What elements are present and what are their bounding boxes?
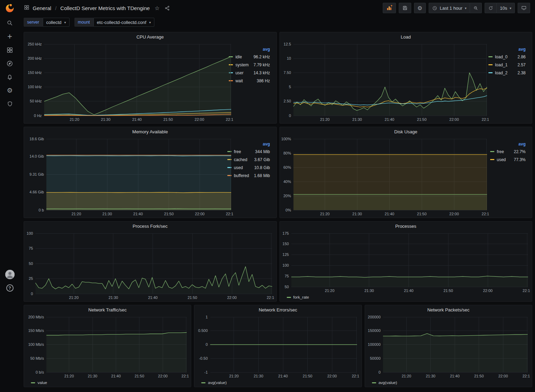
navbar: General / CollectD Server Metrics with T… (19, 0, 535, 16)
breadcrumb-folder[interactable]: General (33, 5, 51, 11)
panel-title-memory-available[interactable]: Memory Available (24, 127, 276, 136)
sidebar-item-server-admin[interactable] (0, 97, 19, 111)
svg-text:21:40: 21:40 (278, 374, 288, 378)
star-button[interactable]: ☆ (155, 5, 160, 11)
legend-item[interactable]: load_02.86 (488, 53, 526, 61)
add-panel-button[interactable] (383, 3, 396, 13)
svg-text:22:00: 22:00 (449, 117, 459, 122)
grafana-logo[interactable] (0, 0, 19, 16)
panel-title-network-errors[interactable]: Network Errors/sec (194, 305, 361, 315)
sidebar-item-dashboards[interactable] (0, 43, 19, 57)
chevron-down-icon: ▾ (149, 20, 151, 24)
svg-text:22:10: 22:10 (522, 289, 530, 293)
disk-usage-chart[interactable]: 0%20%40%60%80%100%21:2021:3021:4021:5022… (281, 136, 489, 217)
svg-text:9.31 Gib: 9.31 Gib (30, 172, 44, 176)
legend-series-name: used (497, 157, 506, 162)
svg-text:125: 125 (282, 252, 289, 257)
dashboard-grid: CPU Average 0 Hz50 kHz100 kHz150 kHz200 … (19, 28, 535, 392)
sidebar-item-configuration[interactable]: ⚙ (0, 84, 19, 97)
chevron-down-icon: ▾ (64, 20, 66, 24)
sidebar-item-profile[interactable] (0, 268, 19, 281)
panel-title-network-packets[interactable]: Network Packets/sec (365, 305, 532, 315)
sidebar-item-create[interactable]: + (0, 30, 19, 43)
sidebar-item-search[interactable] (0, 16, 19, 30)
svg-text:21:30: 21:30 (352, 212, 362, 216)
legend-item[interactable]: buffered1.68 Mib (227, 172, 270, 180)
process-fork-chart[interactable]: 025507510021:2021:3021:4021:5022:0022:10 (25, 231, 274, 301)
legend-item[interactable]: avg(value) (201, 381, 227, 385)
refresh-button[interactable] (485, 3, 497, 13)
legend-item[interactable]: system7.79 kHz (229, 61, 270, 69)
svg-text:150: 150 (282, 242, 289, 246)
svg-text:100%: 100% (281, 137, 291, 141)
share-button[interactable] (164, 5, 170, 11)
cpu-average-chart[interactable]: 0 Hz50 kHz100 kHz150 kHz200 kHz250 kHz21… (25, 42, 227, 123)
svg-text:200000: 200000 (368, 315, 381, 319)
clock-icon (432, 6, 437, 11)
sidebar-item-help[interactable]: ? (0, 281, 19, 295)
legend-item[interactable]: fork_rate (287, 295, 309, 299)
panel-title-processes[interactable]: Processes (280, 222, 532, 231)
sidebar-item-explore[interactable] (0, 57, 19, 70)
legend-item[interactable]: free344 Mib (227, 148, 270, 156)
legend-item[interactable]: used10.8 Gib (227, 164, 270, 172)
variable-mount-value[interactable]: etc-collectd-collectd.conf ▾ (94, 18, 154, 27)
legend-item[interactable]: user14.3 kHz (229, 69, 270, 77)
gear-icon: ⚙ (7, 86, 13, 94)
svg-text:21:50: 21:50 (417, 117, 427, 122)
panel-title-network-traffic[interactable]: Network Traffic/sec (24, 305, 191, 315)
svg-text:0: 0 (31, 292, 33, 296)
legend-item[interactable]: idle96.2 kHz (229, 53, 270, 61)
panel-title-disk-usage[interactable]: Disk Usage (280, 127, 532, 136)
svg-text:10: 10 (286, 56, 291, 60)
load-chart[interactable]: 02.5057.501012.521:2021:3021:4021:5022:0… (281, 42, 487, 123)
legend-series-name: buffered (234, 173, 249, 178)
svg-text:21:20: 21:20 (72, 212, 81, 216)
svg-text:40%: 40% (283, 180, 291, 184)
panel-title-load[interactable]: Load (280, 32, 532, 42)
sidebar-item-alerting[interactable] (0, 70, 19, 84)
save-dashboard-button[interactable] (399, 3, 411, 13)
svg-text:60%: 60% (283, 165, 291, 169)
legend-item[interactable]: wait386 Hz (229, 77, 270, 85)
network-traffic-chart[interactable]: 0 b/s50 Mb/s100 Mb/s150 Mb/s200 Mb/s21:2… (25, 315, 189, 379)
breadcrumb: General / CollectD Server Metrics with T… (24, 5, 150, 11)
dashboard-title[interactable]: CollectD Server Metrics with TDengine (60, 5, 150, 11)
network-packets-chart[interactable]: 05000010000015000020000021:2021:3021:402… (366, 315, 530, 379)
chevron-down-icon: ▾ (510, 6, 511, 10)
legend-item[interactable]: avg(value) (372, 381, 397, 385)
network-errors-chart[interactable]: -1-0.5000.500121:2021:3021:4021:5022:002… (196, 315, 359, 379)
legend-item[interactable]: load_22.38 (488, 69, 526, 77)
legend-item[interactable]: value (31, 381, 47, 385)
svg-text:100 Mb/s: 100 Mb/s (28, 342, 44, 347)
time-range-button[interactable]: Last 1 hour ▾ (429, 3, 470, 13)
dashboard-settings-button[interactable]: ⚙ (414, 3, 426, 13)
legend-item[interactable]: free22.7% (490, 148, 526, 156)
panel-processes: Processes 507510012515017521:2021:3021:4… (279, 221, 533, 302)
legend-item[interactable]: cached3.67 Gib (227, 156, 270, 164)
variable-mount-label: mount (74, 18, 94, 27)
zoom-out-button[interactable] (470, 3, 482, 13)
svg-text:21:30: 21:30 (352, 117, 362, 122)
svg-text:0%: 0% (285, 208, 291, 212)
memory-available-chart[interactable]: 0 b4.66 Gib9.31 Gib14.0 Gib18.6 Gib21:20… (25, 136, 226, 217)
legend-series-value: 7.79 kHz (249, 62, 270, 67)
legend-item[interactable]: used77.3% (490, 156, 526, 164)
legend-series-value: 2.57 (508, 62, 526, 67)
refresh-interval-button[interactable]: 10s ▾ (497, 3, 515, 13)
svg-text:22:00: 22:00 (498, 374, 508, 378)
main-area: General / CollectD Server Metrics with T… (19, 0, 535, 392)
variable-server-value[interactable]: collectd ▾ (43, 18, 70, 27)
svg-text:250 kHz: 250 kHz (28, 42, 42, 46)
panel-title-cpu-average[interactable]: CPU Average (24, 32, 276, 42)
processes-chart[interactable]: 507510012515017521:2021:3021:4021:5022:0… (281, 231, 530, 294)
svg-text:175: 175 (282, 231, 289, 235)
svg-text:21:40: 21:40 (133, 212, 143, 216)
legend-item[interactable]: load_12.57 (488, 61, 526, 69)
legend-avg-header: avg (488, 47, 526, 52)
svg-text:22:00: 22:00 (227, 295, 237, 300)
legend-swatch (490, 151, 494, 152)
cycle-view-mode-button[interactable] (518, 3, 530, 13)
panel-title-process-fork[interactable]: Process Fork/sec (24, 222, 276, 231)
svg-text:100000: 100000 (368, 342, 381, 347)
